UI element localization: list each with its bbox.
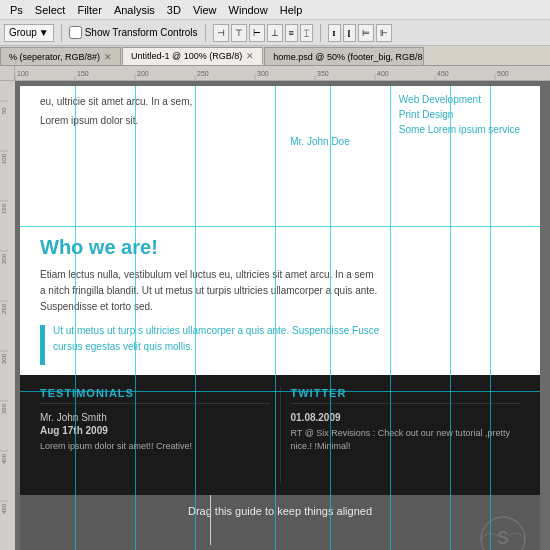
align-btn-4[interactable]: ⊥ (267, 24, 283, 42)
svg-text:300: 300 (257, 70, 269, 77)
menu-3d[interactable]: 3D (161, 4, 187, 16)
tweet-date: 01.08.2009 (291, 412, 521, 423)
guide-tip-text: Drag this guide to keep things aligned (188, 505, 372, 517)
toolbar-separator-1 (61, 24, 62, 42)
dist-btn-3[interactable]: ⊨ (358, 24, 374, 42)
tabs-row: % (seperator, RGB/8#) ✕ Untitled-1 @ 100… (0, 46, 550, 66)
dist-btn-1[interactable]: ⫾ (328, 24, 341, 42)
menu-window[interactable]: Window (223, 4, 274, 16)
svg-text:400: 400 (377, 70, 389, 77)
svg-text:450: 450 (437, 70, 449, 77)
svg-rect-19 (0, 81, 15, 550)
testimonial-text: Lorem ipsum dolor sit amet!! Creative! (40, 440, 270, 453)
toolbar-separator-2 (205, 24, 206, 42)
content-top-section: eu, ultricie sit amet arcu. In a sem, Lo… (20, 86, 540, 226)
watermark: S (478, 514, 528, 550)
distribute-buttons: ⫾ ⫿ ⊨ ⊩ (328, 24, 392, 42)
canvas-area: eu, ultricie sit amet arcu. In a sem, Lo… (15, 81, 550, 550)
who-section: Who we are! Etiam lectus nulla, vestibul… (20, 226, 540, 375)
dark-section: TESTIMONIALS Mr. John Smith Aug 17th 200… (20, 375, 540, 495)
dropdown-arrow-icon: ▼ (39, 27, 49, 38)
ruler-vertical: 50 100 150 200 250 300 350 400 450 (0, 81, 15, 550)
content-text-2: Lorem ipsum dolor sit. (40, 113, 260, 128)
guide-arrow (210, 495, 211, 545)
menu-view[interactable]: View (187, 4, 223, 16)
tab-close-1[interactable]: ✕ (246, 51, 254, 61)
group-label: Group (9, 27, 37, 38)
menu-ps[interactable]: Ps (4, 4, 29, 16)
svg-text:300: 300 (1, 353, 7, 364)
blockquote-area: Ut ut metus ut turp s ultricies ullamcor… (40, 323, 380, 365)
svg-text:350: 350 (317, 70, 329, 77)
testimonials-column: TESTIMONIALS Mr. John Smith Aug 17th 200… (40, 387, 280, 483)
svg-text:200: 200 (137, 70, 149, 77)
svg-text:50: 50 (1, 107, 7, 114)
tab-seperator[interactable]: % (seperator, RGB/8#) ✕ (0, 47, 121, 65)
tweet-text: RT @ Six Revisions : Check out our new t… (291, 427, 521, 452)
ruler-v-svg: 50 100 150 200 250 300 350 400 450 (0, 81, 15, 550)
menu-select[interactable]: Select (29, 4, 72, 16)
tab-label-0: % (seperator, RGB/8#) (9, 52, 100, 62)
blockquote-text: Ut ut metus ut turp s ultricies ullamcor… (53, 323, 380, 355)
svg-text:S: S (497, 528, 509, 548)
svg-text:350: 350 (1, 403, 7, 414)
who-body-text: Etiam lectus nulla, vestibulum vel luctu… (40, 267, 380, 315)
menu-bar: Ps Select Filter Analysis 3D View Window… (0, 0, 550, 20)
content-links: Web Development Print Design Some Lorem … (399, 94, 520, 139)
toolbar-separator-3 (320, 24, 321, 42)
testimonial-date: Aug 17th 2009 (40, 425, 270, 436)
svg-text:250: 250 (1, 303, 7, 314)
tab-home-psd[interactable]: home.psd @ 50% (footer_big, RGB/8#) ✕ (264, 47, 424, 65)
ruler-area: 100 150 200 250 300 350 400 450 500 (0, 66, 550, 81)
svg-text:450: 450 (1, 503, 7, 514)
dist-btn-2[interactable]: ⫿ (343, 24, 356, 42)
ruler-horizontal: 100 150 200 250 300 350 400 450 500 (15, 66, 550, 81)
svg-text:100: 100 (1, 153, 7, 164)
tab-label-1: Untitled-1 @ 100% (RGB/8) (131, 51, 242, 61)
align-btn-3[interactable]: ⊢ (249, 24, 265, 42)
svg-text:250: 250 (197, 70, 209, 77)
blockquote-bar (40, 325, 45, 365)
link-lorem-service[interactable]: Some Lorem ipsum service (399, 124, 520, 135)
align-btn-6[interactable]: ⌶ (300, 24, 313, 42)
svg-text:500: 500 (497, 70, 509, 77)
bottom-area: Drag this guide to keep things aligned S (20, 495, 540, 550)
svg-text:150: 150 (1, 203, 7, 214)
link-print-design[interactable]: Print Design (399, 109, 520, 120)
twitter-column: TWITTER 01.08.2009 RT @ Six Revisions : … (280, 387, 521, 483)
watermark-svg: S (478, 514, 528, 550)
link-web-dev[interactable]: Web Development (399, 94, 520, 105)
tab-close-0[interactable]: ✕ (104, 52, 112, 62)
tab-untitled[interactable]: Untitled-1 @ 100% (RGB/8) ✕ (122, 47, 263, 65)
ps-canvas: eu, ultricie sit amet arcu. In a sem, Lo… (20, 86, 540, 550)
tab-label-2: home.psd @ 50% (footer_big, RGB/8#) (273, 52, 424, 62)
menu-help[interactable]: Help (274, 4, 309, 16)
ruler-corner (0, 66, 15, 81)
layer-group-dropdown[interactable]: Group ▼ (4, 24, 54, 42)
svg-text:100: 100 (17, 70, 29, 77)
twitter-title: TWITTER (291, 387, 521, 404)
testimonials-title: TESTIMONIALS (40, 387, 270, 404)
svg-text:200: 200 (1, 253, 7, 264)
svg-text:400: 400 (1, 453, 7, 464)
show-transform-label: Show Transform Controls (85, 27, 198, 38)
content-text-1: eu, ultricie sit amet arcu. In a sem, (40, 94, 260, 109)
menu-analysis[interactable]: Analysis (108, 4, 161, 16)
align-btn-1[interactable]: ⊣ (213, 24, 229, 42)
dist-btn-4[interactable]: ⊩ (376, 24, 392, 42)
ruler-h-svg: 100 150 200 250 300 350 400 450 500 (15, 66, 550, 81)
menu-filter[interactable]: Filter (71, 4, 107, 16)
who-title: Who we are! (40, 236, 520, 259)
testimonial-name: Mr. John Smith (40, 412, 270, 423)
align-btn-5[interactable]: ≡ (285, 24, 298, 42)
canvas-wrapper: 50 100 150 200 250 300 350 400 450 (0, 81, 550, 550)
svg-text:150: 150 (77, 70, 89, 77)
align-btn-2[interactable]: ⊤ (231, 24, 247, 42)
show-transform-checkbox[interactable]: Show Transform Controls (69, 26, 198, 39)
transform-check-input[interactable] (69, 26, 82, 39)
align-buttons: ⊣ ⊤ ⊢ ⊥ ≡ ⌶ (213, 24, 313, 42)
svg-rect-0 (15, 66, 550, 81)
toolbar: Group ▼ Show Transform Controls ⊣ ⊤ ⊢ ⊥ … (0, 20, 550, 46)
